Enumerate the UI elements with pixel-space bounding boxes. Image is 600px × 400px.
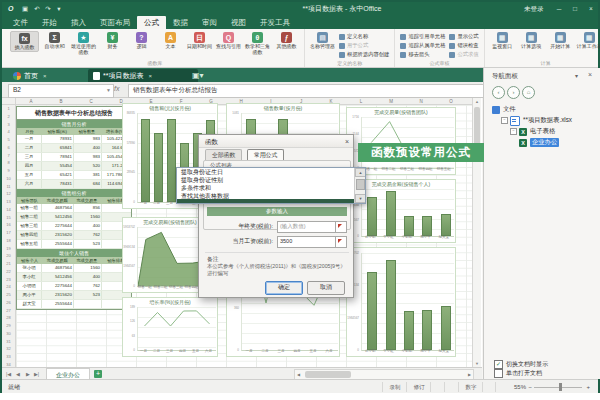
formula-list-scrollbar[interactable]: ▲ ▼ — [354, 168, 365, 203]
tab-active-document[interactable]: **项目数据表 × — [88, 69, 198, 82]
row-header-6[interactable]: 6 — [2, 144, 15, 152]
list-scroll-up-icon[interactable]: ▲ — [355, 168, 366, 177]
row-header-9[interactable]: 9 — [2, 167, 15, 175]
formula-list-partial-row[interactable] — [177, 199, 356, 203]
table-row[interactable]: 销售四组2315620762 — [17, 231, 131, 240]
hscroll-left-icon[interactable]: ◀ — [297, 370, 300, 379]
zoom-in-icon[interactable]: + — [586, 380, 590, 394]
ribbon-button-show-formulas[interactable]: 显示公式 — [449, 32, 478, 41]
ribbon-button-remove-arrows[interactable]: 移去箭头 — [400, 50, 445, 59]
row-header-22[interactable]: 22 — [2, 268, 15, 276]
check-show-on-switch[interactable]: ✓ 切换文档时显示 — [494, 360, 548, 369]
row-header-7[interactable]: 7 — [2, 152, 15, 160]
ribbon-button-datetime[interactable]: 日日期和时间 — [186, 31, 213, 50]
row-header-27[interactable]: 27 — [2, 307, 15, 315]
table-row[interactable]: 销售三组2275644400 — [17, 222, 131, 231]
ribbon-button-calc-options[interactable]: ▦计算选项 — [518, 31, 545, 50]
ribbon-button-calc-now[interactable]: ▦开始计算 — [547, 31, 574, 50]
table-row[interactable]: 张小明46875641560 — [17, 264, 131, 273]
menu-tab-5[interactable]: 数据 — [166, 16, 195, 29]
row-header-8[interactable]: 8 — [2, 159, 15, 167]
column-header-M[interactable]: M — [376, 98, 406, 105]
vertical-scrollbar[interactable]: ▲ ▼ — [472, 98, 481, 367]
chart-deals-by-team[interactable]: 完成交易量(按销售团队)171611445720销售一组销售二组销售三组销售四组… — [346, 107, 456, 175]
new-sheet-icon[interactable]: + — [94, 370, 102, 378]
tree-node-3[interactable]: X企业办公 — [519, 137, 559, 148]
menu-tab-7[interactable]: 视图 — [224, 16, 253, 29]
row-header-21[interactable]: 21 — [2, 260, 15, 268]
ribbon-button-more-functions[interactable]: ƒ其他函数 — [273, 31, 300, 50]
fx-icon[interactable]: fx — [114, 85, 119, 92]
row-header-31[interactable]: 31 — [2, 338, 15, 346]
ribbon-button-use-in-formula[interactable]: 用于公式 — [339, 41, 389, 50]
row-header-32[interactable]: 32 — [2, 345, 15, 353]
minimize-button[interactable]: ─ — [554, 4, 564, 14]
ribbon-button-watch-window[interactable]: ▦监视窗口 — [489, 31, 516, 50]
table-row[interactable]: 一月78931983105.421955 — [17, 135, 131, 144]
row-header-28[interactable]: 28 — [2, 314, 15, 322]
report-table[interactable]: 销售数据表年中分析总结报告 销售月分析月份销售额(元)销售数量增长率(%)一月7… — [16, 106, 132, 310]
menu-tab-4[interactable]: 公式 — [137, 16, 166, 29]
row-header-23[interactable]: 23 — [2, 276, 15, 284]
tab-home[interactable]: 首页 × — [8, 69, 94, 82]
column-header-C[interactable]: C — [76, 98, 106, 105]
ribbon-button-logical[interactable]: ?逻辑 — [128, 31, 155, 50]
row-header-13[interactable]: 13 — [2, 198, 15, 206]
table-row[interactable]: 李小红5412456400 — [17, 273, 131, 282]
row-header-1[interactable]: 1 — [2, 105, 15, 113]
status-segment-数字[interactable]: 数字 — [458, 382, 483, 392]
monthly-salary-input[interactable]: 3500 — [277, 236, 337, 248]
row-header-25[interactable]: 25 — [2, 291, 15, 299]
tree-node-2[interactable]: −X电子表格 — [510, 126, 555, 137]
range-picker-icon[interactable] — [335, 236, 347, 248]
maximize-button[interactable]: □ — [570, 4, 580, 14]
ribbon-button-insert-function[interactable]: fx插入函数 — [10, 31, 39, 52]
table-row[interactable]: 三月78941983105.454027 — [17, 153, 131, 162]
hscroll-right-icon[interactable]: ▶ — [468, 370, 471, 379]
nav-back-icon[interactable]: ‹ — [492, 86, 505, 99]
tree-node-0[interactable]: 文件 — [492, 104, 516, 115]
menu-tab-1[interactable]: 开始 — [35, 16, 64, 29]
scroll-down-icon[interactable]: ▼ — [473, 361, 481, 366]
checkbox-checked-icon[interactable]: ✓ — [494, 360, 503, 369]
row-header-2[interactable]: 2 — [2, 113, 15, 121]
row-header-16[interactable]: 16 — [2, 221, 15, 229]
row-header-5[interactable]: 5 — [2, 136, 15, 144]
redo-icon[interactable]: ↷ — [43, 4, 53, 14]
column-header-N[interactable]: N — [406, 98, 436, 105]
nav-panel-dropdown-icon[interactable]: ▾ — [575, 72, 578, 79]
scroll-up-icon[interactable]: ▲ — [473, 99, 481, 104]
formula-list-item-1[interactable]: 提取身份证性别 — [177, 176, 360, 184]
table-row[interactable]: 销售五组2555644523 — [17, 240, 131, 249]
menu-tab-3[interactable]: 页面布局 — [93, 16, 137, 29]
row-header-10[interactable]: 10 — [2, 175, 15, 183]
vertical-scroll-thumb[interactable] — [474, 107, 480, 147]
row-header-12[interactable]: 12 — [2, 190, 15, 198]
list-scroll-thumb[interactable] — [356, 179, 365, 190]
cancel-button[interactable]: 取消 — [307, 281, 345, 295]
column-header-L[interactable]: L — [346, 98, 376, 105]
name-box-dropdown-icon[interactable]: ▼ — [106, 85, 111, 95]
status-segment-录制[interactable]: 录制 — [382, 382, 407, 392]
zoom-slider[interactable] — [534, 387, 582, 388]
check-single-click-open[interactable]: 单击打开文档 — [494, 369, 542, 378]
zoom-slider-thumb[interactable] — [559, 383, 562, 391]
name-box[interactable]: B2 ▼ — [8, 84, 114, 98]
row-header-14[interactable]: 14 — [2, 206, 15, 214]
nav-home-icon[interactable]: ⌂ — [522, 86, 535, 99]
ribbon-button-autosum[interactable]: Σ自动求和 — [41, 31, 68, 50]
save-icon[interactable]: ▣ — [20, 4, 30, 14]
ribbon-button-lookup-reference[interactable]: Q查找与引用 — [215, 31, 242, 50]
menu-tab-6[interactable]: 审阅 — [195, 16, 224, 29]
ribbon-button-error-checking[interactable]: 错误检查 — [449, 41, 478, 50]
ribbon-button-calc-sheet[interactable]: ▦计算工作表 — [576, 31, 600, 50]
row-header-11[interactable]: 11 — [2, 183, 15, 191]
ribbon-button-create-from-selection[interactable]: 根据所选内容创建 — [339, 50, 389, 59]
row-header-30[interactable]: 30 — [2, 330, 15, 338]
undo-icon[interactable]: ↶ — [32, 4, 42, 14]
ribbon-button-math-trig[interactable]: θ数学和三角函数 — [244, 31, 271, 55]
column-header-A[interactable]: A — [16, 98, 46, 105]
column-header-B[interactable]: B — [46, 98, 76, 105]
nav-forward-icon[interactable]: › — [507, 86, 520, 99]
row-header-17[interactable]: 17 — [2, 229, 15, 237]
